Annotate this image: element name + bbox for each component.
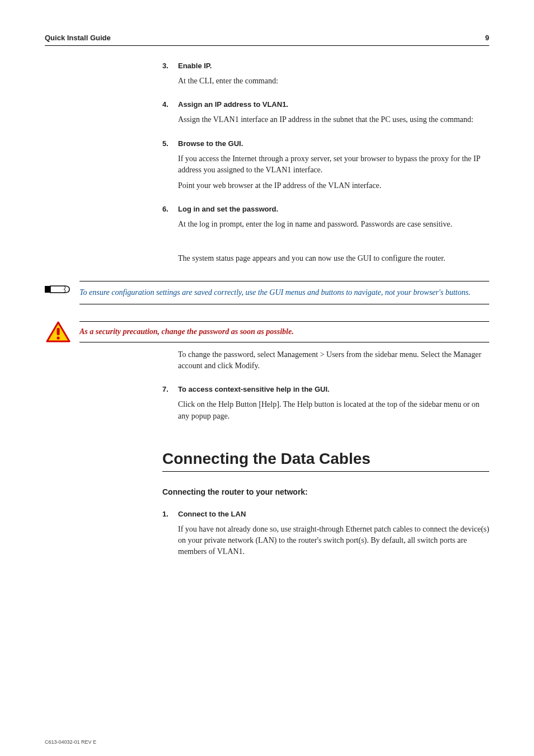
warning-text: As a security precaution, change the pas… (79, 321, 489, 342)
svg-point-2 (57, 336, 59, 339)
step-6-heading: 6.Log in and set the password. (162, 205, 489, 213)
step-3-body: At the CLI, enter the command: (178, 76, 489, 87)
section-heading: Connecting the Data Cables (162, 450, 489, 468)
step-5-body-2: Point your web browser at the IP address… (178, 180, 489, 191)
svg-rect-0 (45, 286, 50, 293)
warning-triangle-icon (45, 321, 72, 344)
svg-rect-1 (57, 328, 60, 335)
section-rule (162, 471, 489, 472)
pointing-hand-icon (45, 281, 72, 298)
section-step-1-heading: 1.Connect to the LAN (162, 510, 489, 518)
warning-callout: As a security precaution, change the pas… (45, 321, 489, 344)
step-5-heading: 5.Browse to the GUI. (162, 139, 489, 148)
warning-followup: To change the password, select Managemen… (178, 349, 489, 372)
step-7-body: Click on the Help Button [Help]. The Hel… (178, 399, 489, 422)
note-text: To ensure configuration settings are sav… (79, 281, 489, 304)
note-callout: To ensure configuration settings are sav… (45, 281, 489, 304)
section-step-1-body: If you have not already done so, use str… (178, 524, 489, 558)
step-7-heading: 7.To access context-sensitive help in th… (162, 385, 489, 393)
step-4-body: Assign the VLAN1 interface an IP address… (178, 114, 489, 125)
step-4-heading: 4.Assign an IP address to VLAN1. (162, 100, 489, 109)
section-subhead: Connecting the router to your network: (162, 487, 489, 496)
step-6-body-1: At the log in prompt, enter the log in n… (178, 219, 489, 230)
page-number: 9 (485, 34, 489, 42)
step-3-heading: 3.Enable IP. (162, 62, 489, 70)
running-header: Quick Install Guide (45, 34, 111, 42)
step-5-body-1: If you access the Internet through a pro… (178, 153, 489, 176)
header-rule (45, 45, 489, 46)
step-6-body-2: The system status page appears and you c… (178, 253, 489, 264)
footer-text: C613-04032-01 REV E (45, 739, 96, 745)
